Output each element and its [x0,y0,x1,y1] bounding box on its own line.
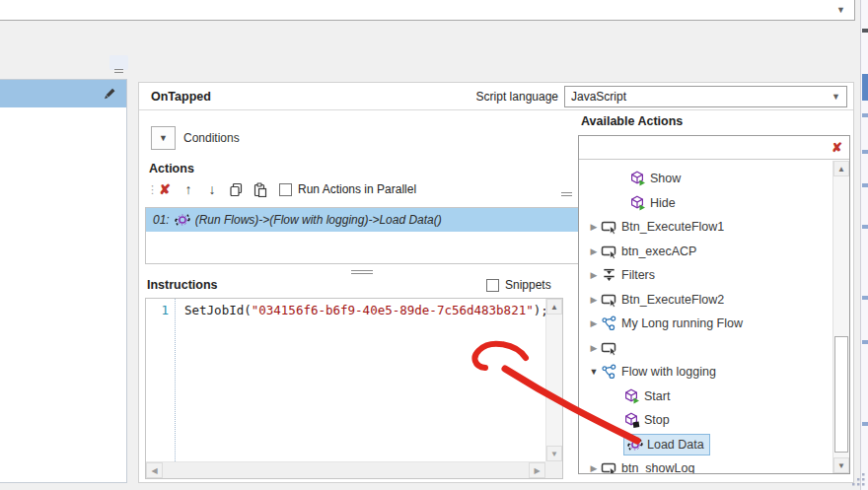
editor-horizontal-scrollbar[interactable]: ◀ ▶ [146,461,545,478]
run-flows-icon [175,212,190,228]
event-editor-header: OnTapped Script language JavaScript ▼ [139,83,853,110]
run-parallel-label: Run Actions in Parallel [298,182,416,196]
run-flows-icon [626,437,643,453]
code-end: ); [534,303,545,317]
chevron-down-icon: ▼ [836,5,845,15]
tree-item-label: Show [650,172,681,185]
tree-item-flow-with-logging[interactable]: ▼ Flow with logging [579,360,832,385]
tree-item-hide[interactable]: Hide [579,191,832,216]
tree-item-label: Filters [621,268,655,282]
button-icon [601,219,617,235]
flow-icon [601,364,617,380]
line-number: 1 [161,303,169,317]
conditions-label: Conditions [183,131,240,145]
filter-icon [601,267,617,283]
right-panel-edge [860,0,868,490]
scroll-left-button[interactable]: ◀ [146,462,163,478]
button-icon [601,340,617,356]
top-combobox[interactable]: ▼ [0,0,855,21]
selected-tree-item[interactable]: Load Data [623,434,710,455]
tree-item-filters[interactable]: ▶ Filters [579,263,832,288]
tree-item-my-long-running-flow[interactable]: ▶ My Long running Flow [579,312,832,336]
column-splitter[interactable] [561,192,572,196]
script-language-select[interactable]: JavaScript ▼ [564,86,847,107]
tree-item-label: Stop [644,413,670,427]
tree-item-start[interactable]: Start [579,385,832,409]
tree-item-load-data[interactable]: Load Data [579,433,832,457]
tree-item-btn-execacp[interactable]: ▶ btn_execACP [579,240,832,264]
collapse-icon[interactable]: ▼ [587,367,601,377]
splitter-handle[interactable] [109,55,128,70]
tree-item[interactable]: ▶ [579,336,832,361]
actions-tree: Show Hide▶ Btn_ExecuteFlow1▶ btn_execACP… [579,161,832,473]
left-panel-header[interactable] [0,80,126,107]
conditions-expand-button[interactable]: ▼ [151,126,176,150]
code-area[interactable]: SetJobId("034156f6-b6f9-40e5-89de-7c56d4… [177,299,545,461]
action-text: (Run Flows)->(Flow with logging)->Load D… [195,213,581,227]
code-string: "034156f6-b6f9-40e5-89de-7c56d483b821" [252,303,534,317]
clear-search-icon[interactable]: ✘ [832,140,842,155]
tree-vertical-scrollbar[interactable]: ▲ ▼ [832,161,849,473]
scroll-up-button[interactable]: ▲ [546,299,562,315]
move-up-button[interactable]: ↑ [177,181,200,197]
scroll-down-button[interactable]: ▼ [546,446,562,461]
expand-icon[interactable]: ▶ [587,463,601,473]
scrollbar-thumb[interactable] [834,336,848,453]
actions-list: 01: (Run Flows)->(Flow with logging)->Lo… [145,207,605,264]
actions-search-input[interactable]: ✘ [579,136,849,160]
tree-item-label: Load Data [647,438,704,452]
cube-play-icon [629,171,646,186]
action-index: 01: [153,213,170,227]
expand-icon[interactable]: ▶ [587,222,601,232]
expand-icon[interactable]: ▶ [587,343,601,353]
tree-item-btn-executeflow2[interactable]: ▶ Btn_ExecuteFlow2 [579,288,832,313]
code-fn: SetJobId( [184,303,252,317]
scroll-up-button[interactable]: ▲ [833,161,849,176]
expand-icon[interactable]: ▶ [587,318,601,328]
tree-item-label: My Long running Flow [621,316,743,330]
tree-item-label: btn_execACP [621,245,696,258]
tree-item-label: Hide [650,196,676,210]
move-down-button[interactable]: ↓ [200,181,224,197]
scroll-down-button[interactable]: ▼ [833,457,849,473]
paste-button[interactable] [248,182,271,197]
splitter-grip-icon[interactable] [114,69,123,73]
actions-label: Actions [149,162,194,175]
cube-stop-icon [623,412,640,428]
resize-grip-icon[interactable] [850,471,866,487]
snippets-label: Snippets [505,278,551,292]
scroll-right-button[interactable]: ▶ [529,462,545,478]
scrollbar-corner [545,461,562,478]
tree-item-label: Start [644,389,670,403]
button-icon [601,244,617,259]
expand-icon[interactable]: ▶ [587,295,601,305]
line-number-gutter: 1 [146,299,176,461]
page-title: OnTapped [151,90,211,104]
code-editor[interactable]: 1 SetJobId("034156f6-b6f9-40e5-89de-7c56… [145,298,563,479]
horizontal-splitter[interactable] [351,270,373,274]
tree-item-label: Btn_ExecuteFlow2 [621,293,724,307]
delete-action-button[interactable]: ✘ [153,181,177,197]
button-icon [601,292,617,308]
available-actions-panel: ✘ Show Hide▶ Btn_ExecuteFlow1▶ btn_execA… [578,135,850,474]
flow-icon [601,315,617,331]
tree-item-label: Btn_ExecuteFlow1 [621,220,724,234]
tree-item-show[interactable]: Show [579,167,832,191]
available-actions-title: Available Actions [581,114,683,128]
tree-item-label: btn_showLog [621,461,694,473]
snippets-checkbox[interactable] [486,279,499,292]
tree-item-btn-showlog[interactable]: ▶ btn_showLog [579,456,832,473]
button-icon [601,460,617,473]
expand-icon[interactable]: ▶ [587,246,601,256]
cube-play-icon [629,195,646,211]
copy-button[interactable] [224,182,248,197]
tree-item-stop[interactable]: Stop [579,408,832,433]
instructions-label: Instructions [147,278,218,292]
expand-icon[interactable]: ▶ [587,270,601,280]
editor-vertical-scrollbar[interactable]: ▲ ▼ [545,299,562,461]
tree-item-btn-executeflow1[interactable]: ▶ Btn_ExecuteFlow1 [579,215,832,240]
pencil-icon[interactable] [102,87,116,102]
chevron-down-icon: ▼ [832,92,840,102]
run-parallel-checkbox[interactable] [279,183,292,196]
action-row[interactable]: 01: (Run Flows)->(Flow with logging)->Lo… [146,208,604,232]
